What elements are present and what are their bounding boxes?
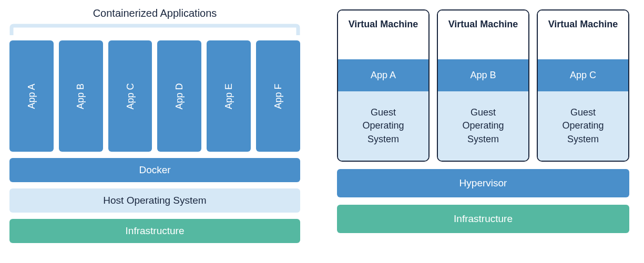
vms-diagram: Virtual Machine App A Guest Operating Sy… — [337, 5, 629, 258]
vm-guest-layer: Guest Operating System — [338, 91, 428, 161]
vm-box-a: Virtual Machine App A Guest Operating Sy… — [337, 9, 430, 162]
vm-app-layer: App C — [538, 59, 628, 91]
vm-app-layer: App A — [338, 59, 428, 91]
app-label: App E — [223, 83, 234, 109]
app-label: App A — [26, 83, 37, 109]
vm-header: Virtual Machine — [538, 10, 628, 59]
vm-guest-layer: Guest Operating System — [538, 91, 628, 161]
docker-layer: Docker — [9, 158, 300, 182]
vms-row: Virtual Machine App A Guest Operating Sy… — [337, 9, 629, 162]
app-box-c: App C — [108, 40, 152, 152]
vm-box-c: Virtual Machine App C Guest Operating Sy… — [537, 9, 629, 162]
host-os-layer: Host Operating System — [9, 188, 300, 213]
vm-header: Virtual Machine — [338, 10, 428, 59]
infrastructure-layer: Infrastructure — [9, 219, 300, 243]
app-box-b: App B — [59, 40, 103, 152]
app-label: App F — [273, 83, 284, 109]
hypervisor-layer: Hypervisor — [337, 169, 629, 197]
app-box-a: App A — [9, 40, 54, 152]
infrastructure-layer: Infrastructure — [337, 205, 629, 233]
vm-guest-layer: Guest Operating System — [438, 91, 528, 161]
app-label: App D — [174, 83, 185, 109]
containers-title: Containerized Applications — [9, 7, 300, 19]
vm-app-layer: App B — [438, 59, 528, 91]
vm-box-b: Virtual Machine App B Guest Operating Sy… — [437, 9, 529, 162]
app-box-d: App D — [157, 40, 201, 152]
apps-row: App A App B App C App D App E App F — [9, 40, 300, 152]
app-label: App B — [75, 83, 86, 109]
app-label: App C — [125, 83, 136, 109]
app-box-e: App E — [207, 40, 251, 152]
vm-header: Virtual Machine — [438, 10, 528, 59]
app-box-f: App F — [256, 40, 300, 152]
bracket-icon — [9, 24, 300, 35]
containers-diagram: Containerized Applications App A App B A… — [9, 5, 300, 258]
